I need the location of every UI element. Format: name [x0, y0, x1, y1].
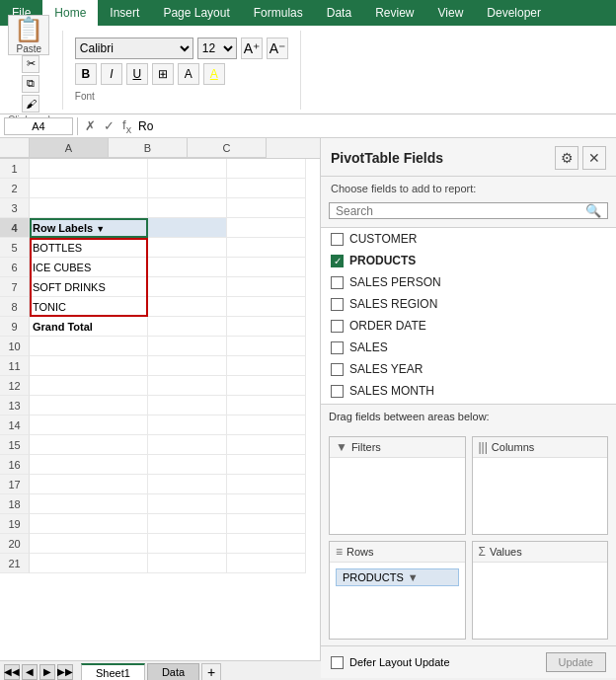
cell-a19[interactable]: [30, 514, 148, 534]
cell-b16[interactable]: [148, 455, 227, 475]
cell-a1[interactable]: [30, 159, 148, 179]
paste-button[interactable]: 📋 Paste: [8, 15, 49, 55]
cell-b1[interactable]: [148, 159, 227, 179]
cell-c16[interactable]: [227, 455, 306, 475]
drag-area-values[interactable]: Σ Values: [472, 541, 609, 640]
field-item-sales-month[interactable]: SALES MONTH: [321, 380, 616, 402]
cell-b11[interactable]: [148, 356, 227, 376]
cell-b18[interactable]: [148, 494, 227, 514]
field-item-products[interactable]: ✓ PRODUCTS: [321, 250, 616, 271]
cell-a20[interactable]: [30, 534, 148, 554]
cell-c14[interactable]: [227, 416, 306, 435]
cell-a14[interactable]: [30, 416, 148, 435]
sheet-nav-prev[interactable]: ◀: [22, 664, 38, 680]
field-item-sales-year[interactable]: SALES YEAR: [321, 358, 616, 380]
cell-c5[interactable]: [227, 238, 306, 258]
cell-c10[interactable]: [227, 337, 306, 356]
add-sheet-button[interactable]: +: [201, 663, 221, 681]
update-button[interactable]: Update: [546, 652, 606, 672]
cell-a5[interactable]: BOTTLES: [30, 238, 148, 258]
decrease-font-button[interactable]: A⁻: [267, 38, 288, 59]
cell-c9[interactable]: [227, 317, 306, 337]
sheet-nav-first[interactable]: ◀◀: [4, 664, 20, 680]
font-color-button[interactable]: A: [203, 63, 225, 85]
rows-chip-dropdown-icon[interactable]: ▼: [408, 571, 419, 583]
cell-a2[interactable]: [30, 179, 148, 198]
cell-a3[interactable]: [30, 198, 148, 218]
pivot-search-input[interactable]: [330, 204, 579, 218]
cell-a17[interactable]: [30, 475, 148, 494]
cell-c13[interactable]: [227, 396, 306, 416]
cell-c18[interactable]: [227, 494, 306, 514]
tab-formulas[interactable]: Formulas: [242, 0, 315, 26]
cell-b2[interactable]: [148, 179, 227, 198]
field-checkbox-order-date[interactable]: [331, 320, 344, 333]
copy-button[interactable]: ⧉: [22, 75, 39, 93]
cell-c12[interactable]: [227, 376, 306, 396]
defer-layout-update-option[interactable]: Defer Layout Update: [331, 656, 450, 669]
col-header-c[interactable]: C: [188, 138, 267, 158]
cut-button[interactable]: ✂: [22, 55, 39, 73]
font-name-select[interactable]: Calibri: [75, 38, 193, 59]
format-painter-button[interactable]: 🖌: [22, 95, 39, 113]
cell-b3[interactable]: [148, 198, 227, 218]
drag-area-columns[interactable]: ||| Columns: [472, 436, 609, 535]
bold-button[interactable]: B: [75, 63, 97, 85]
cell-a15[interactable]: [30, 435, 148, 455]
drag-area-rows[interactable]: ≡ Rows PRODUCTS ▼: [329, 541, 466, 640]
cell-a16[interactable]: [30, 455, 148, 475]
cell-b10[interactable]: [148, 337, 227, 356]
cell-b8[interactable]: [148, 297, 227, 317]
cell-a9[interactable]: Grand Total: [30, 317, 148, 337]
cell-b17[interactable]: [148, 475, 227, 494]
formula-input[interactable]: [138, 119, 612, 133]
cell-c8[interactable]: [227, 297, 306, 317]
field-checkbox-sales-person[interactable]: [331, 276, 344, 289]
cell-a21[interactable]: [30, 554, 148, 573]
field-checkbox-sales-year[interactable]: [331, 363, 344, 376]
cell-c6[interactable]: [227, 258, 306, 277]
col-header-b[interactable]: B: [109, 138, 188, 158]
cell-a18[interactable]: [30, 494, 148, 514]
increase-font-button[interactable]: A⁺: [241, 38, 263, 59]
cell-b9[interactable]: [148, 317, 227, 337]
pivot-settings-button[interactable]: ⚙: [555, 146, 578, 170]
sheet-tab-sheet1[interactable]: Sheet1: [81, 663, 145, 681]
cell-b12[interactable]: [148, 376, 227, 396]
italic-button[interactable]: I: [101, 63, 122, 85]
field-checkbox-sales-month[interactable]: [331, 385, 344, 398]
cell-b15[interactable]: [148, 435, 227, 455]
insert-function-button[interactable]: fx: [119, 117, 134, 135]
cell-c17[interactable]: [227, 475, 306, 494]
cell-b14[interactable]: [148, 416, 227, 435]
rows-chip-products[interactable]: PRODUCTS ▼: [336, 568, 459, 586]
field-checkbox-customer[interactable]: [331, 233, 344, 246]
tab-page-layout[interactable]: Page Layout: [151, 0, 241, 26]
cell-a4[interactable]: Row Labels ▼: [30, 218, 148, 238]
confirm-formula-button[interactable]: ✓: [101, 117, 117, 135]
cell-a13[interactable]: [30, 396, 148, 416]
tab-developer[interactable]: Developer: [475, 0, 553, 26]
field-item-order-date[interactable]: ORDER DATE: [321, 315, 616, 337]
row-labels-dropdown-icon[interactable]: ▼: [96, 224, 105, 234]
cell-b20[interactable]: [148, 534, 227, 554]
cell-c3[interactable]: [227, 198, 306, 218]
cell-reference-input[interactable]: [4, 117, 73, 135]
sheet-nav-last[interactable]: ▶▶: [57, 664, 73, 680]
defer-checkbox-box[interactable]: [331, 656, 344, 669]
cell-b7[interactable]: [148, 277, 227, 297]
tab-home[interactable]: Home: [42, 0, 98, 26]
cell-c15[interactable]: [227, 435, 306, 455]
cell-a7[interactable]: SOFT DRINKS: [30, 277, 148, 297]
sheet-tab-data[interactable]: Data: [147, 663, 199, 680]
tab-review[interactable]: Review: [363, 0, 425, 26]
cell-a10[interactable]: [30, 337, 148, 356]
field-item-customer[interactable]: CUSTOMER: [321, 228, 616, 250]
drag-area-filters[interactable]: ▼ Filters: [329, 436, 466, 535]
cell-c21[interactable]: [227, 554, 306, 573]
cell-a8[interactable]: TONIC: [30, 297, 148, 317]
underline-button[interactable]: U: [126, 63, 148, 85]
cell-b4[interactable]: [148, 218, 227, 238]
field-checkbox-sales[interactable]: [331, 341, 344, 354]
cell-a11[interactable]: [30, 356, 148, 376]
